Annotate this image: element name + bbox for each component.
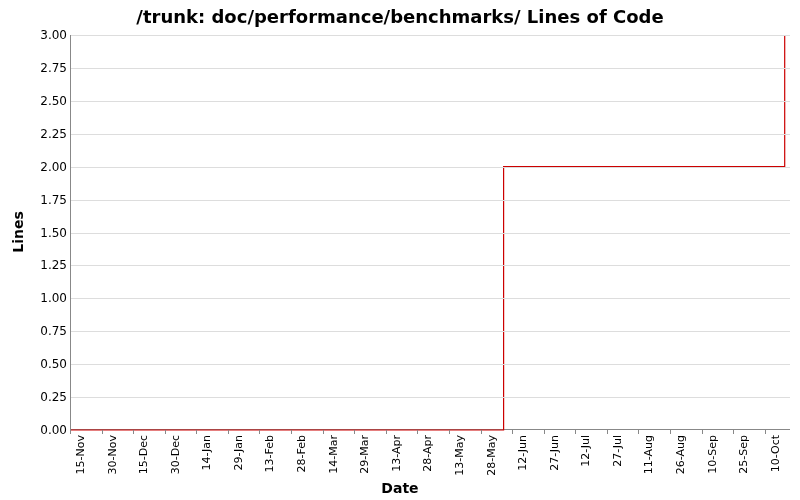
x-tick-label: 10-Oct — [769, 435, 782, 472]
x-tick-mark — [638, 430, 639, 434]
x-tick-label: 29-Jan — [232, 435, 245, 471]
y-tick-label: 2.00 — [17, 160, 67, 174]
x-tick-mark — [133, 430, 134, 434]
y-tick-label: 2.75 — [17, 61, 67, 75]
x-tick-label: 28-May — [485, 435, 498, 476]
x-tick-label: 28-Feb — [295, 435, 308, 472]
gridline — [71, 68, 790, 69]
x-tick-mark — [733, 430, 734, 434]
x-tick-mark — [575, 430, 576, 434]
x-tick-mark — [354, 430, 355, 434]
x-tick-mark — [228, 430, 229, 434]
x-tick-label: 12-Jun — [516, 435, 529, 471]
gridline — [71, 298, 790, 299]
x-tick-mark — [323, 430, 324, 434]
x-tick-mark — [259, 430, 260, 434]
y-tick-label: 2.50 — [17, 94, 67, 108]
x-tick-mark — [481, 430, 482, 434]
x-tick-mark — [196, 430, 197, 434]
x-tick-mark — [449, 430, 450, 434]
x-tick-mark — [102, 430, 103, 434]
x-tick-mark — [607, 430, 608, 434]
x-tick-mark — [70, 430, 71, 434]
gridline — [71, 364, 790, 365]
x-tick-label: 13-Apr — [390, 435, 403, 472]
x-tick-label: 25-Sep — [737, 435, 750, 474]
x-tick-mark — [291, 430, 292, 434]
chart-title: /trunk: doc/performance/benchmarks/ Line… — [0, 6, 800, 27]
x-tick-mark — [386, 430, 387, 434]
x-axis-label: Date — [0, 480, 800, 496]
gridline — [71, 265, 790, 266]
gridline — [71, 331, 790, 332]
y-tick-label: 1.50 — [17, 226, 67, 240]
gridline — [71, 200, 790, 201]
x-tick-label: 30-Nov — [106, 435, 119, 474]
x-tick-label: 14-Mar — [327, 435, 340, 474]
gridline — [71, 233, 790, 234]
gridline — [71, 101, 790, 102]
x-tick-mark — [765, 430, 766, 434]
y-tick-label: 0.50 — [17, 357, 67, 371]
x-tick-mark — [670, 430, 671, 434]
y-tick-label: 1.25 — [17, 258, 67, 272]
gridline — [71, 134, 790, 135]
x-tick-label: 15-Dec — [137, 435, 150, 474]
x-tick-label: 26-Aug — [674, 435, 687, 474]
x-tick-label: 30-Dec — [169, 435, 182, 474]
x-tick-label: 10-Sep — [706, 435, 719, 474]
gridline — [71, 397, 790, 398]
y-tick-label: 2.25 — [17, 127, 67, 141]
x-tick-label: 12-Jul — [579, 435, 592, 467]
x-tick-label: 14-Jan — [200, 435, 213, 471]
y-tick-label: 0.25 — [17, 390, 67, 404]
x-tick-mark — [165, 430, 166, 434]
plot-area — [70, 35, 790, 430]
x-tick-mark — [417, 430, 418, 434]
x-tick-label: 28-Apr — [421, 435, 434, 472]
x-tick-mark — [702, 430, 703, 434]
x-tick-label: 13-Feb — [263, 435, 276, 472]
x-tick-label: 15-Nov — [74, 435, 87, 474]
gridline — [71, 167, 790, 168]
x-tick-label: 11-Aug — [642, 435, 655, 474]
x-tick-mark — [544, 430, 545, 434]
loc-chart: /trunk: doc/performance/benchmarks/ Line… — [0, 0, 800, 500]
x-tick-mark — [512, 430, 513, 434]
y-tick-label: 0.75 — [17, 324, 67, 338]
x-tick-label: 13-May — [453, 435, 466, 476]
y-tick-label: 0.00 — [17, 423, 67, 437]
gridline — [71, 35, 790, 36]
x-tick-label: 27-Jun — [548, 435, 561, 471]
x-tick-label: 27-Jul — [611, 435, 624, 467]
x-tick-label: 29-Mar — [358, 435, 371, 474]
y-tick-label: 1.75 — [17, 193, 67, 207]
y-tick-label: 3.00 — [17, 28, 67, 42]
y-tick-label: 1.00 — [17, 291, 67, 305]
